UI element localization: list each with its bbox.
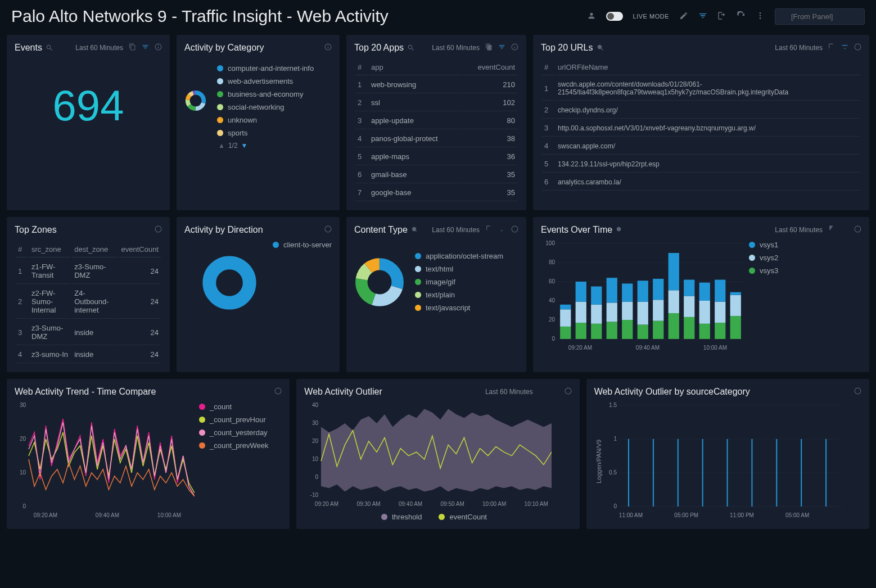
info-icon[interactable] [324,225,332,234]
legend-item[interactable]: sports [217,129,314,137]
table-row[interactable]: 5apple-maps36 [355,148,517,165]
legend-item[interactable]: _count_prevHour [199,415,269,424]
legend-item[interactable]: _count [199,402,269,411]
donut-chart-category [184,89,207,112]
svg-text:40: 40 [312,402,319,408]
panel-top-apps: Top 20 Apps Last 60 Minutes # app eventC… [346,35,526,210]
copy-icon[interactable] [828,43,836,52]
magnify-icon[interactable] [407,44,415,52]
filter-icon[interactable] [841,43,848,52]
top-urls-table: # urlORFileName 1swcdn.apple.com/content… [541,58,861,192]
legend-pager[interactable]: ▲ 1/2 ▼ [184,142,332,150]
filter-icon[interactable] [498,225,505,234]
table-row[interactable]: 4swscan.apple.com/ [542,138,860,155]
svg-rect-52 [638,302,648,325]
legend-item[interactable]: image/gif [415,278,503,286]
svg-text:09:20 AM: 09:20 AM [34,512,57,518]
legend-item[interactable]: computer-and-internet-info [217,64,314,73]
svg-point-2 [760,17,761,19]
table-row[interactable]: 4z3-sumo-Ininside24 [16,346,161,363]
copy-icon[interactable] [539,387,546,396]
filter-icon[interactable] [841,225,848,234]
time-range-input-wrap[interactable] [775,8,865,25]
dashboard-header: Palo Alto Networks 9 - Traffic Insight -… [7,7,869,26]
table-row[interactable]: 1web-browsing210 [355,76,517,93]
info-icon[interactable] [155,225,162,234]
table-row[interactable]: 1swcdn.apple.com/content/downloads/01/28… [542,76,860,101]
svg-text:09:50 AM: 09:50 AM [441,501,464,507]
info-icon[interactable] [511,43,518,52]
legend-item[interactable]: vsys1 [749,241,778,249]
legend-item[interactable]: _count_yesterday [199,428,269,437]
magnify-icon[interactable] [46,44,53,52]
legend-item[interactable]: _count_prevWeek [199,441,269,450]
legend-item[interactable]: social-networking [217,103,314,111]
filter-icon[interactable] [698,11,707,22]
table-row[interactable]: 3z3-Sumo-DMZinside24 [16,320,161,345]
info-icon[interactable] [854,387,861,396]
svg-text:20: 20 [549,316,556,323]
legend-item[interactable]: text/javascript [415,304,503,312]
table-row[interactable]: 6gmail-base35 [355,166,517,183]
filter-icon[interactable] [142,43,149,52]
panel-events-title: Events [15,43,53,53]
area-chart-outlier: -1001020304009:20 AM09:30 AM09:40 AM09:5… [304,402,552,509]
legend-item[interactable]: eventCount [439,513,487,521]
svg-text:30: 30 [20,402,26,408]
legend-item[interactable]: vsys3 [749,266,778,275]
legend-item[interactable]: client-to-server [273,241,332,249]
table-row[interactable]: 1z1-FW-Transitz3-Sumo-DMZ24 [16,259,161,284]
events-count: 694 [15,81,162,130]
copy-icon[interactable] [828,225,836,234]
legend-item[interactable]: vsys2 [749,254,778,262]
edit-icon[interactable] [679,11,688,22]
filter-icon[interactable] [498,43,505,52]
more-icon[interactable] [756,11,765,22]
info-icon[interactable] [324,43,332,52]
table-row[interactable]: 4panos-global-protect38 [355,130,517,147]
svg-text:20: 20 [20,436,26,442]
donut-chart-content [354,257,405,307]
refresh-icon[interactable] [737,11,746,22]
table-row[interactable]: 2ssl102 [355,94,517,111]
table-row[interactable]: 5134.22.19.11/ssl-vpn/hip22rpt.esp [542,156,860,173]
chevron-down-icon[interactable]: ▼ [241,142,248,150]
live-mode-toggle[interactable] [606,12,623,21]
magnify-icon[interactable] [597,44,604,52]
info-icon[interactable] [274,387,282,396]
magnify-icon[interactable] [616,226,624,234]
info-icon[interactable] [854,43,861,52]
copy-icon[interactable] [485,225,493,234]
legend-item[interactable]: text/html [415,265,503,273]
copy-icon[interactable] [485,43,493,52]
magnify-icon[interactable] [411,226,419,234]
filter-icon[interactable] [552,387,559,396]
copy-icon[interactable] [129,43,136,52]
share-icon[interactable] [717,11,726,22]
info-icon[interactable] [155,43,162,52]
info-icon[interactable] [511,225,518,234]
table-row[interactable]: 2z2-FW-Sumo-InternalZ4-Outbound-internet… [16,285,161,319]
magnify-icon[interactable] [386,388,394,396]
legend-item[interactable]: web-advertisements [217,77,314,85]
svg-marker-90 [321,409,552,491]
info-icon[interactable] [854,225,861,234]
legend-item[interactable]: application/octet-stream [415,252,503,260]
user-icon[interactable] [587,11,596,22]
legend-item[interactable]: unknown [217,116,314,124]
table-row[interactable]: 7google-base35 [355,184,517,201]
legend-item[interactable]: text/plain [415,291,503,299]
table-row[interactable]: 2checkip.dyndns.org/ [542,102,860,119]
legend-item[interactable]: threshold [381,513,422,521]
legend-item[interactable]: business-and-economy [217,90,314,98]
live-mode-label: LIVE MODE [633,13,669,20]
table-row[interactable]: 6analytics.carambo.la/ [542,174,860,191]
svg-point-0 [760,12,761,14]
chevron-up-icon[interactable]: ▲ [218,142,225,150]
panel-top-urls-title: Top 20 URLs [541,43,604,53]
table-row[interactable]: 3http.00.a.sophosxl.net/V3/01/xnvebf-vag… [542,120,860,137]
svg-rect-37 [560,309,571,327]
info-icon[interactable] [565,387,572,396]
time-range-input[interactable] [775,8,865,25]
table-row[interactable]: 3apple-update80 [355,112,517,129]
